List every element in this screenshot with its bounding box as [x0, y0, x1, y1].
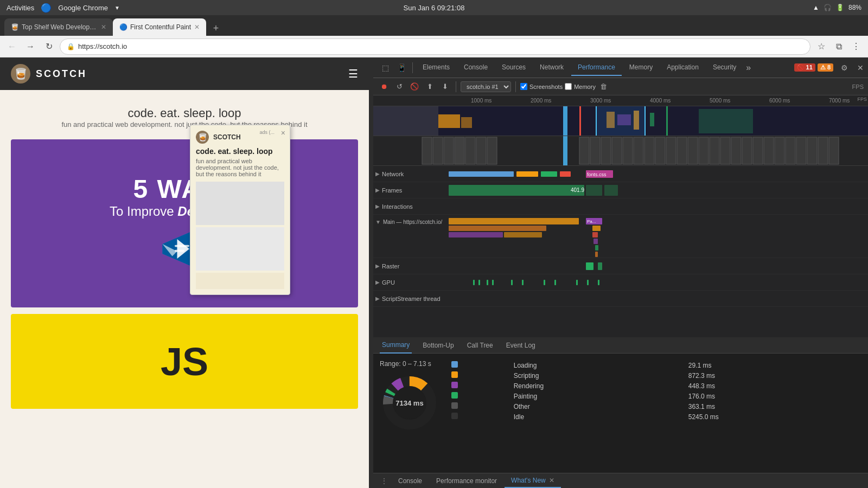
error-badge: 🚫 11: [794, 63, 815, 72]
whats-new-close-btn[interactable]: ✕: [549, 477, 554, 484]
timeline-ruler: 1000 ms 2000 ms 3000 ms 4000 ms 5000 ms …: [373, 95, 868, 106]
network-expand-icon[interactable]: ▶: [375, 171, 380, 177]
timeline-flamegraph[interactable]: ▶ Network: [373, 166, 868, 337]
summary-tab-bottom-up[interactable]: Bottom-Up: [420, 337, 456, 354]
devtools-close-btn[interactable]: ✕: [857, 63, 864, 72]
interactions-expand-icon[interactable]: ▶: [375, 203, 380, 209]
url-text: https://scotch.io: [78, 42, 803, 50]
scriptstreamer-track[interactable]: ▶ ScriptStreamer thread: [373, 291, 868, 307]
interactions-label: Interactions: [382, 203, 413, 210]
legend-value-rendering: 448.3 ms: [685, 381, 861, 391]
tab-1[interactable]: 🥃 Top Shelf Web Developm... ✕: [4, 18, 113, 36]
svg-rect-16: [433, 137, 443, 164]
upload-btn[interactable]: ⬆: [423, 80, 436, 93]
webpage: 🥃 SCOTCH ☰ code. eat. sleep. loop fun an…: [0, 57, 369, 488]
download-btn[interactable]: ⬇: [438, 80, 451, 93]
gpu-track[interactable]: ▶ GPU: [373, 274, 868, 291]
devtools-tab-console[interactable]: Console: [457, 60, 494, 76]
tab-2-close[interactable]: ✕: [194, 23, 200, 31]
raster-expand-icon[interactable]: ▶: [375, 263, 380, 269]
main-track[interactable]: ▼ Main — https://scotch.io/: [373, 215, 868, 258]
clear-btn[interactable]: 🚫: [408, 80, 421, 93]
devtools-tab-security[interactable]: Security: [706, 60, 743, 76]
svg-rect-46: [829, 137, 839, 164]
memory-checkbox[interactable]: [565, 83, 572, 90]
raster-track-label[interactable]: ▶ Raster: [375, 263, 446, 269]
trash-btn[interactable]: 🗑: [600, 82, 607, 91]
screenshots-checkbox[interactable]: [520, 83, 527, 90]
tab-1-close[interactable]: ✕: [101, 23, 106, 31]
interactions-track-label[interactable]: ▶ Interactions: [375, 203, 446, 210]
bookmark-button[interactable]: ☆: [814, 39, 829, 54]
summary-tab-call-tree[interactable]: Call Tree: [465, 337, 495, 354]
raster-track[interactable]: ▶ Raster: [373, 258, 868, 274]
svg-rect-19: [465, 137, 475, 164]
main-expand-icon[interactable]: ▼: [375, 219, 381, 225]
activities-label[interactable]: Activities: [7, 4, 34, 12]
devtools-secondary-toolbar: ⏺ ↺ 🚫 ⬆ ⬇ scotch.io #1 Screenshots: [373, 78, 868, 95]
devtools-settings-btn[interactable]: ⚙: [837, 60, 852, 75]
refresh-record-btn[interactable]: ↺: [393, 80, 406, 93]
legend-value-loading: 29.1 ms: [685, 360, 861, 370]
timeline-selection-overlay[interactable]: [596, 106, 645, 136]
gpu-track-label[interactable]: ▶ GPU: [375, 279, 446, 286]
frames-track-label[interactable]: ▶ Frames: [375, 187, 446, 194]
timeline-mini[interactable]: [373, 106, 868, 136]
scriptstreamer-expand-icon[interactable]: ▶: [375, 296, 380, 301]
scriptstreamer-track-label[interactable]: ▶ ScriptStreamer thread: [375, 296, 446, 302]
bottom-left-menu-btn[interactable]: ⋮: [378, 474, 391, 487]
devtools-left-handle[interactable]: [369, 57, 373, 488]
summary-tab-summary[interactable]: Summary: [380, 337, 412, 354]
devtools-more-tabs-btn[interactable]: »: [746, 63, 751, 73]
devtools-tab-elements[interactable]: Elements: [416, 60, 456, 76]
svg-rect-68: [586, 262, 593, 270]
devtools-tab-application[interactable]: Application: [660, 60, 705, 76]
record-btn[interactable]: ⏺: [378, 80, 391, 93]
page-body: code. eat. sleep. loop fun and practical…: [0, 90, 369, 488]
tab-2[interactable]: 🔵 First Contentful Paint ✕: [113, 18, 206, 36]
svg-rect-72: [487, 280, 488, 285]
new-tab-button[interactable]: +: [208, 21, 224, 36]
forward-button[interactable]: →: [23, 39, 38, 54]
menu-button[interactable]: ⋮: [848, 39, 864, 54]
network-track-label[interactable]: ▶ Network: [375, 171, 446, 177]
legend-label-loading: Loading: [510, 360, 685, 370]
article-card-1[interactable]: 5 WAYS To Improve Development: [11, 139, 358, 307]
devtools-device-btn[interactable]: 📱: [394, 60, 409, 75]
devtools-tab-performance[interactable]: Performance: [571, 60, 622, 76]
frames-expand-icon[interactable]: ▶: [375, 187, 380, 193]
address-bar[interactable]: 🔒 https://scotch.io: [60, 38, 810, 55]
os-bar-right: ▲ 🎧 🔋 88%: [813, 4, 861, 11]
screenshot-strip: [373, 136, 868, 166]
app-name-label: Google Chrome: [58, 4, 108, 12]
devtools-panel: ⬚ 📱 Elements Console Sources Network Per…: [373, 57, 868, 488]
bottom-tab-console[interactable]: Console: [392, 474, 429, 488]
devtools-tab-memory[interactable]: Memory: [623, 60, 659, 76]
devtools-error-area: 🚫 11 ⚠ 8: [794, 63, 834, 72]
frames-track[interactable]: ▶ Frames 401.9: [373, 182, 868, 198]
article-card-2[interactable]: JS: [11, 314, 358, 409]
devtools-inspect-btn[interactable]: ⬚: [378, 60, 393, 75]
devtools-tab-network[interactable]: Network: [533, 60, 570, 76]
scotch-menu-button[interactable]: ☰: [348, 67, 358, 80]
ruler-tick-4: 4000 ms: [650, 98, 671, 104]
os-bar-left: Activities 🔵 Google Chrome ▼: [7, 3, 120, 13]
svg-rect-18: [455, 137, 464, 164]
back-button[interactable]: ←: [4, 39, 20, 54]
interactions-track[interactable]: ▶ Interactions: [373, 198, 868, 215]
network-track[interactable]: ▶ Network: [373, 166, 868, 182]
profile-select[interactable]: scotch.io #1: [461, 81, 511, 92]
bottom-tab-perf-monitor[interactable]: Performance monitor: [430, 474, 503, 488]
summary-tab-event-log[interactable]: Event Log: [504, 337, 538, 354]
devtools-tab-sources[interactable]: Sources: [495, 60, 532, 76]
main-track-label[interactable]: ▼ Main — https://scotch.io/: [375, 219, 446, 225]
gpu-expand-icon[interactable]: ▶: [375, 279, 380, 285]
svg-rect-77: [554, 280, 556, 285]
svg-rect-66: [595, 245, 598, 251]
summary-legend: Loading 29.1 ms Scripting 872.3 ms: [448, 360, 861, 466]
svg-rect-29: [644, 137, 654, 164]
reload-button[interactable]: ↻: [41, 39, 56, 54]
bottom-tab-whats-new[interactable]: What's New ✕: [505, 474, 561, 488]
tagline-heading: code. eat. sleep. loop: [11, 106, 358, 120]
extensions-button[interactable]: ⧉: [831, 39, 846, 54]
